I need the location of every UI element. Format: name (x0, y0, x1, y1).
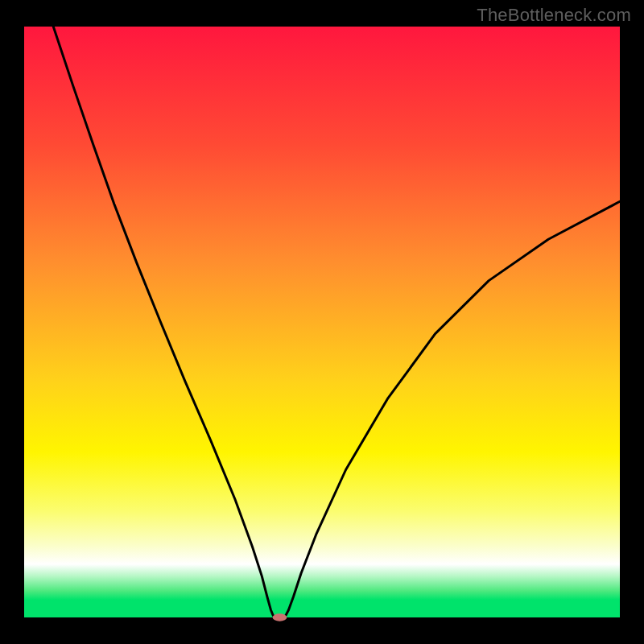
optimal-marker (273, 613, 287, 621)
watermark-text: TheBottleneck.com (477, 5, 631, 26)
chart-frame: TheBottleneck.com (0, 0, 644, 644)
chart-plot-area (24, 27, 620, 617)
bottleneck-chart (0, 0, 644, 644)
